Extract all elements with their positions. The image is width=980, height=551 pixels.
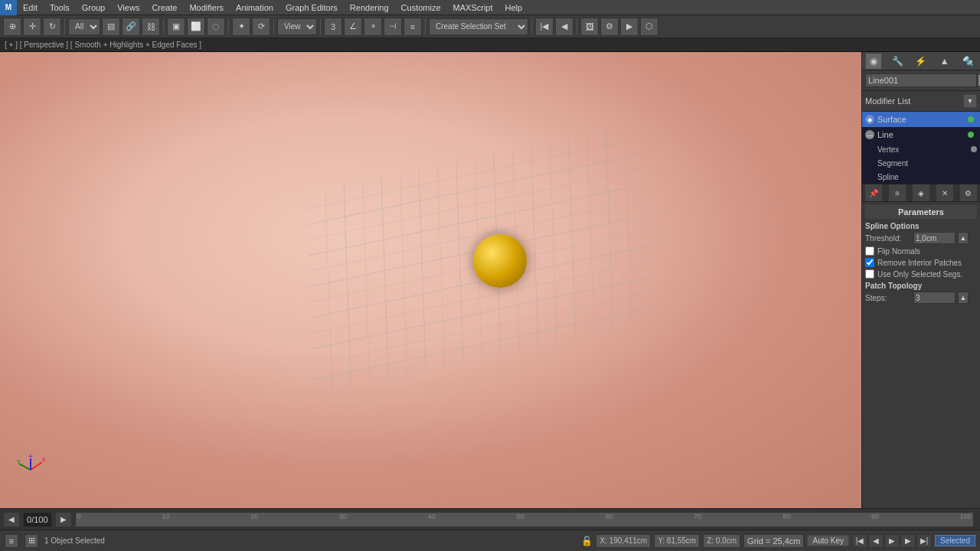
unlink-btn[interactable]: ⛓ bbox=[142, 18, 160, 36]
menu-edit[interactable]: Edit bbox=[17, 0, 44, 15]
parameters-header: Parameters bbox=[865, 205, 977, 219]
tick-80: 80 bbox=[782, 513, 790, 520]
selection-filter-btn[interactable]: ▤ bbox=[102, 18, 120, 36]
toolbar-separator-7 bbox=[531, 19, 532, 34]
use-only-selected-segs-checkbox[interactable] bbox=[865, 269, 874, 279]
display-panel-icon[interactable]: ◉ bbox=[866, 54, 881, 69]
play-btn[interactable]: ▶ bbox=[884, 534, 900, 548]
steps-label: Steps: bbox=[865, 294, 911, 302]
steps-input[interactable] bbox=[913, 292, 956, 304]
go-start-btn[interactable]: |◀ bbox=[852, 534, 867, 548]
flip-normals-label[interactable]: Flip Normals bbox=[877, 247, 920, 256]
snap-3d-btn[interactable]: 3 bbox=[324, 18, 342, 36]
use-only-selected-segs-label[interactable]: Use Only Selected Segs. bbox=[877, 270, 962, 279]
angle-snap-btn[interactable]: ∠ bbox=[344, 18, 362, 36]
menu-views[interactable]: Views bbox=[111, 0, 145, 15]
object-name-input[interactable] bbox=[865, 73, 977, 87]
modifier-line[interactable]: — Line bbox=[862, 127, 980, 142]
mirror-btn[interactable]: ⊣ bbox=[384, 18, 402, 36]
modifier-vertex[interactable]: Vertex bbox=[862, 142, 980, 156]
snap-toggle-btn[interactable]: ⚬ bbox=[364, 18, 382, 36]
status-icon-2[interactable]: ⊞ bbox=[24, 534, 38, 548]
lock-icon[interactable]: 🔓 bbox=[581, 536, 593, 546]
align-btn[interactable]: ≡ bbox=[403, 18, 422, 36]
config-btn[interactable]: ≡ bbox=[889, 184, 906, 201]
tick-100: 100 bbox=[960, 513, 972, 520]
select-tool-btn[interactable]: ⊕ bbox=[3, 18, 21, 36]
viewport-3d[interactable]: X Y Z bbox=[0, 52, 861, 508]
tick-90: 90 bbox=[871, 513, 879, 520]
render-settings-btn[interactable]: ⚙ bbox=[600, 18, 619, 36]
use-only-selected-segs-row: Use Only Selected Segs. bbox=[865, 269, 977, 279]
playback-start-btn[interactable]: |◀ bbox=[535, 18, 554, 36]
modifier-stack: ◆ Surface — Line Vertex Segment Spline bbox=[862, 112, 980, 184]
steps-spinner[interactable]: ▲ bbox=[958, 292, 969, 304]
menu-customize[interactable]: Customize bbox=[395, 0, 447, 15]
view-mode-dropdown[interactable]: View bbox=[277, 18, 317, 35]
remove-modifier-btn[interactable]: ✕ bbox=[936, 184, 953, 201]
link-btn[interactable]: 🔗 bbox=[122, 18, 140, 36]
motion-panel-icon[interactable]: ▲ bbox=[937, 54, 952, 69]
threshold-label: Threshold: bbox=[865, 234, 911, 243]
prev-frame-btn[interactable]: ◀ bbox=[868, 534, 884, 548]
go-end-btn[interactable]: ▶| bbox=[916, 534, 932, 548]
render-all-btn[interactable]: ▶ bbox=[620, 18, 639, 36]
line-modifier-light bbox=[968, 132, 974, 138]
menu-help[interactable]: Help bbox=[499, 0, 529, 15]
menu-maxscript[interactable]: MAXScript bbox=[447, 0, 499, 15]
modifier-segment[interactable]: Segment bbox=[862, 156, 980, 170]
menu-tools[interactable]: Tools bbox=[44, 0, 76, 15]
material-editor-btn[interactable]: ⬡ bbox=[640, 18, 658, 36]
create-selection-dropdown[interactable]: Create Selection Set bbox=[429, 18, 528, 35]
rotate-view-btn[interactable]: ⟳ bbox=[252, 18, 270, 36]
remove-interior-patches-checkbox[interactable] bbox=[865, 258, 874, 267]
menu-graph-editors[interactable]: Graph Editors bbox=[279, 0, 344, 15]
menu-rendering[interactable]: Rendering bbox=[344, 0, 395, 15]
timeline-track[interactable]: 0 10 20 30 40 50 60 70 80 90 100 bbox=[75, 512, 974, 527]
modifier-spline[interactable]: Spline bbox=[862, 170, 980, 184]
hierarchy-panel-icon[interactable]: ⚡ bbox=[913, 54, 929, 69]
tick-20: 20 bbox=[250, 513, 258, 520]
configure-sets-btn[interactable]: ⚙ bbox=[960, 184, 977, 201]
tick-70: 70 bbox=[694, 513, 701, 520]
svg-line-29 bbox=[31, 462, 42, 470]
prev-key-btn[interactable]: ◀ bbox=[555, 18, 573, 36]
next-frame-btn[interactable]: ▶ bbox=[900, 534, 916, 548]
modifier-list-row: Modifier List ▼ bbox=[862, 91, 980, 112]
status-icon-1[interactable]: ≡ bbox=[5, 534, 18, 548]
timeline-prev-btn[interactable]: ◀ bbox=[3, 512, 20, 527]
rotate-tool-btn[interactable]: ↻ bbox=[43, 18, 61, 36]
lasso-btn[interactable]: ◌ bbox=[207, 18, 225, 36]
selection-mode-dropdown[interactable]: All bbox=[68, 18, 100, 35]
menu-animation[interactable]: Animation bbox=[230, 0, 279, 15]
threshold-spinner-up[interactable]: ▲ bbox=[958, 232, 969, 244]
toolbar-separator-6 bbox=[425, 19, 426, 34]
utilities-panel-icon[interactable]: 🔩 bbox=[961, 54, 976, 69]
modify-panel-icon[interactable]: 🔧 bbox=[890, 54, 905, 69]
menu-group[interactable]: Group bbox=[76, 0, 112, 15]
threshold-input[interactable] bbox=[913, 232, 956, 244]
coord-display: X: 190,411cm Y: 81,55cm Z: 0,0cm bbox=[596, 534, 740, 548]
status-text: 1 Object Selected bbox=[44, 536, 105, 545]
spline-label: Spline bbox=[877, 173, 899, 181]
select-region-btn[interactable]: ⬜ bbox=[187, 18, 205, 36]
auto-key-btn[interactable]: Auto Key bbox=[807, 535, 849, 546]
select-box-btn[interactable]: ▣ bbox=[167, 18, 185, 36]
tick-50: 50 bbox=[517, 513, 524, 520]
toolbar-separator-1 bbox=[64, 19, 65, 34]
render-btn[interactable]: 🖼 bbox=[580, 18, 599, 36]
flip-normals-checkbox[interactable] bbox=[865, 246, 874, 256]
timeline-next-btn[interactable]: ▶ bbox=[55, 512, 72, 527]
pivot-btn[interactable]: ✦ bbox=[232, 18, 250, 36]
modifier-surface[interactable]: ◆ Surface bbox=[862, 112, 980, 127]
menu-modifiers[interactable]: Modifiers bbox=[183, 0, 230, 15]
make-unique-btn[interactable]: ◈ bbox=[913, 184, 929, 201]
app-logo: M bbox=[0, 0, 17, 15]
remove-interior-patches-row: Remove Interior Patches bbox=[865, 258, 977, 267]
frame-counter: 0 / 100 bbox=[23, 512, 52, 527]
menu-create[interactable]: Create bbox=[145, 0, 183, 15]
pin-stack-btn[interactable]: 📌 bbox=[865, 184, 882, 201]
remove-interior-patches-label[interactable]: Remove Interior Patches bbox=[877, 259, 962, 267]
modifier-list-dropdown[interactable]: ▼ bbox=[963, 94, 977, 108]
move-tool-btn[interactable]: ✛ bbox=[23, 18, 41, 36]
